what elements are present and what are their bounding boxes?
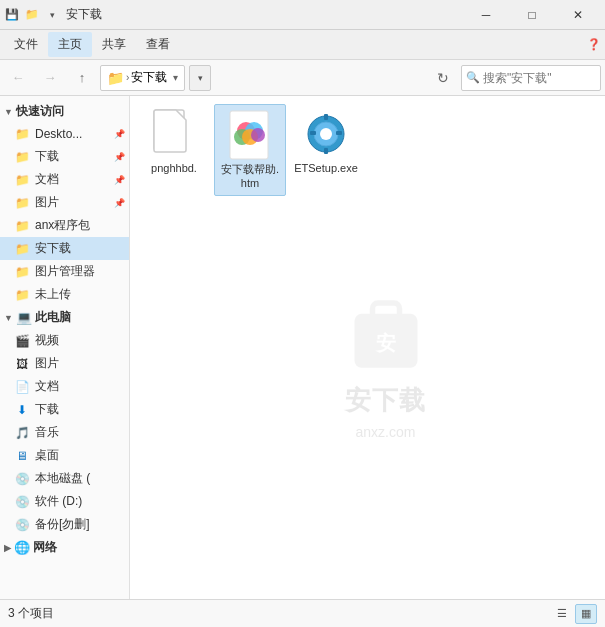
help-icon[interactable]: ❓	[587, 38, 601, 51]
minimize-button[interactable]: ─	[463, 0, 509, 30]
sidebar-item-documents[interactable]: 📁 文档 📌	[0, 168, 129, 191]
sidebar-item-label: 音乐	[35, 424, 59, 441]
breadcrumb[interactable]: 📁 › 安下载 ▾	[100, 65, 185, 91]
sidebar-item-anxzai[interactable]: 📁 安下载	[0, 237, 129, 260]
sidebar-item-label: 未上传	[35, 286, 71, 303]
sidebar-item-label: Deskto...	[35, 127, 82, 141]
folder-icon: 📁	[14, 218, 30, 234]
sidebar-item-label: 图片	[35, 355, 59, 372]
svg-rect-18	[336, 131, 342, 135]
drive-icon: 💿	[14, 494, 30, 510]
desktop-icon: 🖥	[14, 448, 30, 464]
pc-icon: 💻	[16, 310, 32, 325]
folder-icon: 📁	[14, 126, 30, 142]
svg-text:安: 安	[375, 331, 396, 353]
sidebar-item-notupload[interactable]: 📁 未上传	[0, 283, 129, 306]
menu-home[interactable]: 主页	[48, 32, 92, 57]
breadcrumb-folder-icon: 📁	[107, 70, 124, 86]
pin-icon: 📌	[114, 175, 125, 185]
search-input[interactable]	[483, 71, 605, 85]
sidebar-item-docs[interactable]: 📄 文档	[0, 375, 129, 398]
sidebar-item-desktop[interactable]: 📁 Deskto... 📌	[0, 123, 129, 145]
file-name: pnghhbd.	[151, 161, 197, 175]
dropdown-icon[interactable]: ▾	[44, 7, 60, 23]
folder-icon: 📁	[14, 149, 30, 165]
window-title: 安下载	[66, 6, 463, 23]
sidebar-quick-access[interactable]: ▼ 快速访问	[0, 100, 129, 123]
music-icon: 🎵	[14, 425, 30, 441]
file-item-htm[interactable]: 安下载帮助.htm	[214, 104, 286, 196]
sidebar-item-anx[interactable]: 📁 anx程序包	[0, 214, 129, 237]
search-box[interactable]: 🔍	[461, 65, 601, 91]
sidebar-item-label: 安下载	[35, 240, 71, 257]
quick-folder-icon[interactable]: 📁	[24, 7, 40, 23]
sidebar-item-pictures[interactable]: 📁 图片 📌	[0, 191, 129, 214]
maximize-button[interactable]: □	[509, 0, 555, 30]
breadcrumb-separator: ›	[126, 72, 129, 83]
network-icon: 🌐	[14, 540, 30, 555]
sidebar-item-label: 视频	[35, 332, 59, 349]
network-label: 网络	[33, 539, 57, 556]
sidebar-item-label: 文档	[35, 171, 59, 188]
sidebar-item-label: 备份[勿删]	[35, 516, 90, 533]
sidebar-this-pc[interactable]: ▼ 💻 此电脑	[0, 306, 129, 329]
this-pc-label: 此电脑	[35, 309, 71, 326]
pin-icon: 📌	[114, 152, 125, 162]
close-button[interactable]: ✕	[555, 0, 601, 30]
folder-icon: 📁	[14, 264, 30, 280]
menu-file[interactable]: 文件	[4, 32, 48, 57]
sidebar-item-download[interactable]: 📁 下载 📌	[0, 145, 129, 168]
sidebar-item-label: 图片	[35, 194, 59, 211]
sidebar-item-c-drive[interactable]: 💿 本地磁盘 (	[0, 467, 129, 490]
sidebar-item-backup-drive[interactable]: 💿 备份[勿删]	[0, 513, 129, 536]
svg-point-9	[251, 128, 265, 142]
sidebar-item-dl[interactable]: ⬇ 下载	[0, 398, 129, 421]
svg-rect-17	[310, 131, 316, 135]
breadcrumb-end-arrow: ▾	[173, 72, 178, 83]
sidebar-item-label: anx程序包	[35, 217, 90, 234]
sidebar-item-label: 文档	[35, 378, 59, 395]
sidebar-item-label: 下载	[35, 148, 59, 165]
file-area[interactable]: 安 安下载 anxz.com pnghhbd.	[130, 96, 605, 599]
file-icon-blank	[150, 110, 198, 158]
address-dropdown-button[interactable]: ▾	[189, 65, 211, 91]
quick-save-icon[interactable]: 💾	[4, 7, 20, 23]
sidebar-item-images[interactable]: 🖼 图片	[0, 352, 129, 375]
back-button[interactable]: ←	[4, 65, 32, 91]
file-item[interactable]: pnghhbd.	[138, 104, 210, 196]
folder-icon: 📁	[14, 195, 30, 211]
menu-share[interactable]: 共享	[92, 32, 136, 57]
doc-icon: 📄	[14, 379, 30, 395]
file-item-exe[interactable]: ETSetup.exe	[290, 104, 362, 196]
file-icon-htm	[226, 111, 274, 159]
quick-access-arrow: ▼	[4, 107, 13, 117]
sidebar-item-imgmgr[interactable]: 📁 图片管理器	[0, 260, 129, 283]
forward-button[interactable]: →	[36, 65, 64, 91]
drive-icon: 💿	[14, 471, 30, 487]
up-button[interactable]: ↑	[68, 65, 96, 91]
sidebar-network[interactable]: ▶ 🌐 网络	[0, 536, 129, 559]
watermark-bag-icon: 安	[341, 286, 431, 376]
sidebar: ▼ 快速访问 📁 Deskto... 📌 📁 下载 📌 📁 文档 📌 📁 图片 …	[0, 96, 130, 599]
window-controls: ─ □ ✕	[463, 0, 601, 30]
folder-icon: 📁	[14, 241, 30, 257]
this-pc-arrow: ▼	[4, 313, 13, 323]
pin-icon: 📌	[114, 129, 125, 139]
title-bar: 💾 📁 ▾ 安下载 ─ □ ✕	[0, 0, 605, 30]
refresh-button[interactable]: ↻	[429, 65, 457, 91]
sidebar-item-d-drive[interactable]: 💿 软件 (D:)	[0, 490, 129, 513]
sidebar-item-label: 软件 (D:)	[35, 493, 82, 510]
status-bar: 3 个项目 ☰ ▦	[0, 599, 605, 627]
network-arrow: ▶	[4, 543, 11, 553]
view-grid-button[interactable]: ▦	[575, 604, 597, 624]
address-bar: ← → ↑ 📁 › 安下载 ▾ ▾ ↻ 🔍	[0, 60, 605, 96]
menu-view[interactable]: 查看	[136, 32, 180, 57]
main-content: ▼ 快速访问 📁 Deskto... 📌 📁 下载 📌 📁 文档 📌 📁 图片 …	[0, 96, 605, 599]
view-list-button[interactable]: ☰	[551, 604, 573, 624]
sidebar-item-videos[interactable]: 🎬 视频	[0, 329, 129, 352]
file-name: ETSetup.exe	[294, 161, 358, 175]
sidebar-item-music[interactable]: 🎵 音乐	[0, 421, 129, 444]
sidebar-item-desk[interactable]: 🖥 桌面	[0, 444, 129, 467]
file-grid: pnghhbd. 安下载帮助.htm	[138, 104, 597, 196]
sidebar-item-label: 桌面	[35, 447, 59, 464]
